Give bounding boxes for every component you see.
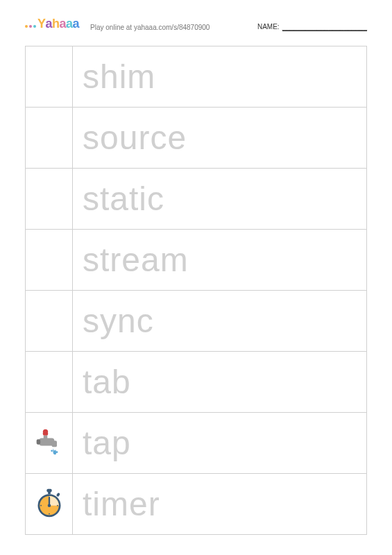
table-row: tab [26, 352, 367, 413]
table-row: shim [26, 46, 367, 108]
word-cell: source [73, 108, 367, 169]
icon-cell [26, 291, 73, 352]
table-row: timer [26, 474, 367, 535]
icon-cell [26, 46, 73, 108]
worksheet-table: shim source static stream sync [25, 46, 367, 535]
timer-icon [34, 488, 65, 518]
svg-point-17 [49, 513, 50, 514]
word-cell: timer [73, 474, 367, 535]
word-cell: tab [73, 352, 367, 413]
trace-word: stream [83, 241, 189, 278]
name-field-section: NAME: ______________________ [257, 23, 367, 31]
svg-point-15 [49, 496, 50, 497]
svg-point-16 [57, 504, 58, 506]
trace-word: tap [83, 425, 131, 461]
svg-point-7 [56, 451, 58, 453]
word-cell: static [73, 169, 367, 230]
name-label: NAME: [257, 23, 280, 31]
trace-word: source [83, 119, 187, 156]
svg-point-1 [42, 429, 47, 434]
icon-cell [26, 352, 73, 413]
svg-rect-10 [56, 492, 60, 497]
svg-rect-3 [43, 435, 47, 440]
word-cell: stream [73, 230, 367, 291]
icon-cell [26, 108, 73, 169]
table-row: tap [26, 413, 367, 474]
name-blank-line[interactable]: ______________________ [282, 23, 367, 31]
svg-point-6 [51, 450, 53, 452]
svg-rect-9 [48, 491, 51, 494]
table-row: sync [26, 291, 367, 352]
table-row: source [26, 108, 367, 169]
svg-point-18 [40, 504, 42, 506]
svg-rect-5 [36, 439, 40, 444]
word-cell: shim [73, 46, 367, 108]
play-online-text: Play online at yahaaa.com/s/84870900 [90, 24, 246, 31]
icon-cell [26, 169, 73, 230]
svg-rect-4 [51, 441, 56, 447]
trace-word: timer [83, 486, 160, 522]
table-row: static [26, 169, 367, 230]
trace-word: shim [83, 58, 155, 95]
icon-cell [26, 474, 73, 535]
tap-icon [34, 427, 65, 457]
trace-word: static [83, 180, 164, 217]
table-row: stream [26, 230, 367, 291]
icon-cell [26, 230, 73, 291]
word-cell: tap [73, 413, 367, 474]
word-cell: sync [73, 291, 367, 352]
icon-cell [26, 413, 73, 474]
yahaaa-logo: Yahaaa [25, 17, 79, 37]
worksheet-header: Yahaaa Play online at yahaaa.com/s/84870… [25, 17, 367, 37]
trace-word: sync [83, 302, 154, 339]
trace-word: tab [83, 364, 131, 400]
